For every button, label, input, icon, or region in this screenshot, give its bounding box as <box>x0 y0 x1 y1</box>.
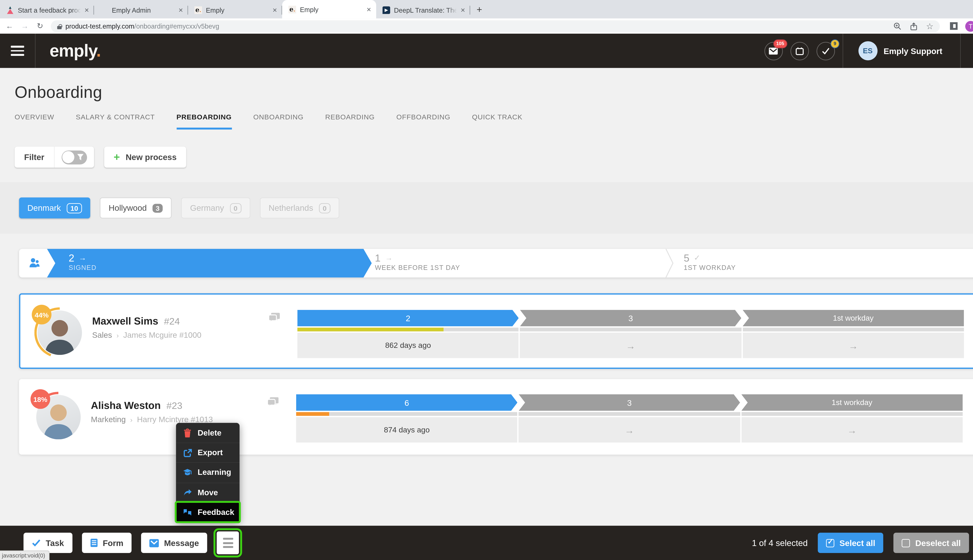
stage-cell-next[interactable]: → <box>519 417 740 443</box>
location-denmark-button[interactable]: Denmark10 <box>19 198 90 218</box>
messages-button[interactable]: 105 <box>764 42 783 60</box>
candidate-row-alisha-weston[interactable]: 18% Alisha Weston #23 Marketing›Harry Mc… <box>19 379 973 455</box>
tab-salary-contract[interactable]: SALARY & CONTRACT <box>76 113 155 130</box>
new-process-button[interactable]: + New process <box>104 147 186 168</box>
stage-cell-days[interactable]: 862 days ago <box>298 333 518 358</box>
location-filter-band: Denmark10 Hollywood3 Germany0 Netherland… <box>0 182 973 233</box>
user-name[interactable]: Emply Support <box>884 46 943 56</box>
candidate-name[interactable]: Alisha Weston <box>91 400 161 412</box>
stage-cell-next[interactable]: → <box>741 417 963 443</box>
url-text: product-test.emply.com/onboarding#emycxx… <box>65 22 219 30</box>
segment-first-workday[interactable]: 1st workday <box>742 310 964 326</box>
user-avatar[interactable]: ES <box>858 41 877 60</box>
menu-item-move[interactable]: Move <box>176 482 239 502</box>
filter-button[interactable]: Filter <box>15 147 94 168</box>
segment-first-workday[interactable]: 1st workday <box>741 394 963 411</box>
screen: Start a feedback process × Emply Admin ×… <box>0 0 973 560</box>
comments-icon[interactable] <box>267 396 281 409</box>
stage-cell-days[interactable]: 874 days ago <box>296 417 517 443</box>
forward-button[interactable]: → <box>20 22 29 30</box>
menu-item-export[interactable]: Export <box>176 443 239 463</box>
new-tab-button[interactable]: + <box>476 4 482 15</box>
tab-title: DeepL Translate: The world's <box>394 7 457 14</box>
tab-title: Emply Admin <box>112 7 175 14</box>
browser-tab-feedback-process[interactable]: Start a feedback process × <box>0 2 94 18</box>
sidebar-icon[interactable] <box>950 22 958 30</box>
location-netherlands-button[interactable]: Netherlands0 <box>260 198 339 218</box>
arrow-icon: → <box>848 340 858 351</box>
share-icon[interactable] <box>910 22 918 30</box>
menu-hamburger-icon[interactable] <box>11 46 24 56</box>
browser-tab-emply-admin[interactable]: Emply Admin × <box>94 2 188 18</box>
message-button[interactable]: Message <box>141 533 207 553</box>
lock-icon <box>57 24 62 29</box>
zoom-icon[interactable] <box>894 22 902 30</box>
tab-offboarding[interactable]: OFFBOARDING <box>396 113 450 130</box>
address-bar[interactable]: product-test.emply.com/onboarding#emycxx… <box>51 20 940 32</box>
filter-label: Filter <box>15 152 54 162</box>
tab-close-icon[interactable]: × <box>84 6 89 15</box>
reload-button[interactable]: ↻ <box>36 22 45 30</box>
location-germany-button[interactable]: Germany0 <box>181 198 250 218</box>
check-icon <box>821 47 829 54</box>
tab-close-icon[interactable]: × <box>273 6 277 15</box>
candidate-breadcrumb: Sales›James Mcguire #1000 <box>92 331 201 340</box>
segment-signed[interactable]: 6 <box>296 394 517 411</box>
stage-cell-next[interactable]: → <box>520 333 741 358</box>
emply-logo[interactable]: emply. <box>50 41 101 61</box>
menu-item-feedback[interactable]: Feedback <box>176 502 239 522</box>
candidate-stage-segments: 2 3 1st workday <box>298 310 964 326</box>
location-hollywood-button[interactable]: Hollywood3 <box>100 198 172 218</box>
segment-week-before[interactable]: 3 <box>520 310 741 326</box>
browser-profile-avatar[interactable]: T <box>965 21 973 32</box>
tab-close-icon[interactable]: × <box>179 6 183 15</box>
browser-tab-strip: Start a feedback process × Emply Admin ×… <box>0 0 973 18</box>
feedback-triangle-icon <box>7 7 14 14</box>
more-actions-button[interactable] <box>217 532 239 554</box>
page-title: Onboarding <box>15 82 102 102</box>
tab-close-icon[interactable]: × <box>461 6 465 15</box>
tab-reboarding[interactable]: REBOARDING <box>325 113 375 130</box>
search-button[interactable] <box>961 45 973 57</box>
graduation-cap-icon <box>183 469 192 477</box>
check-icon: ✓ <box>694 253 700 264</box>
messages-badge: 105 <box>773 39 787 48</box>
segment-week-before[interactable]: 3 <box>519 394 740 411</box>
stage-cell-next[interactable]: → <box>742 333 964 358</box>
browser-tab-deepl[interactable]: ▶ DeepL Translate: The world's × <box>376 2 470 18</box>
candidate-row-maxwell-sims[interactable]: 44% Maxwell Sims #24 Sales›James Mcguire… <box>19 293 973 369</box>
progress-percent-badge: 18% <box>30 389 50 409</box>
tab-title: Emply <box>206 7 269 14</box>
browser-tab-emply-active[interactable]: e. Emply × <box>282 0 376 18</box>
funnel-icon <box>77 153 84 160</box>
tab-onboarding[interactable]: ONBOARDING <box>253 113 304 130</box>
bookmark-star-icon[interactable]: ☆ <box>926 21 933 31</box>
deselect-all-button[interactable]: Deselect all <box>894 533 969 553</box>
tab-close-icon[interactable]: × <box>367 5 371 13</box>
form-button[interactable]: Form <box>82 533 132 553</box>
tab-preboarding[interactable]: PREBOARDING <box>177 113 232 130</box>
envelope-icon <box>149 539 159 547</box>
stage-first-workday[interactable]: 5✓ 1ST WORKDAY <box>684 253 736 271</box>
candidate-name[interactable]: Maxwell Sims <box>92 316 158 327</box>
stage-signed[interactable]: 2→ SIGNED <box>47 249 372 277</box>
tasks-button[interactable]: 9 <box>816 42 835 60</box>
filter-toggle[interactable] <box>54 147 94 168</box>
task-button[interactable]: Task <box>23 533 72 553</box>
stage-week-before[interactable]: 1→ WEEK BEFORE 1ST DAY <box>375 253 460 271</box>
browser-tab-emply-1[interactable]: e. Emply × <box>188 2 282 18</box>
back-button[interactable]: ← <box>5 22 14 30</box>
count-badge: 0 <box>230 203 241 213</box>
tab-quick-track[interactable]: QUICK TRACK <box>472 113 523 130</box>
comments-icon[interactable] <box>268 312 282 324</box>
select-all-button[interactable]: Select all <box>818 533 884 553</box>
tab-overview[interactable]: OVERVIEW <box>15 113 54 130</box>
deepl-icon: ▶ <box>383 7 390 14</box>
candidate-stage-cells: 862 days ago → → <box>298 333 964 358</box>
menu-item-learning[interactable]: Learning <box>176 462 239 482</box>
calendar-button[interactable] <box>790 42 809 60</box>
menu-item-delete[interactable]: Delete <box>176 423 239 443</box>
avatar: 18% <box>36 395 81 440</box>
module-tabs: OVERVIEW SALARY & CONTRACT PREBOARDING O… <box>15 113 523 130</box>
segment-signed[interactable]: 2 <box>298 310 518 326</box>
